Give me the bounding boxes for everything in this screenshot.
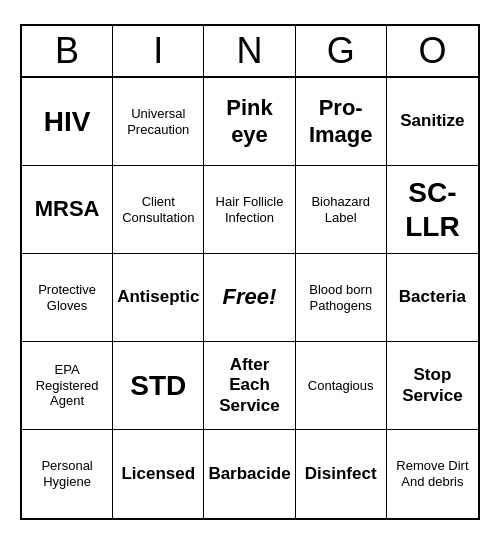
bingo-cell: Pink eye — [204, 78, 295, 166]
bingo-header-letter: I — [113, 26, 204, 76]
bingo-cell: EPA Registered Agent — [22, 342, 113, 430]
bingo-header-letter: N — [204, 26, 295, 76]
bingo-cell: Pro-Image — [296, 78, 387, 166]
bingo-cell: Biohazard Label — [296, 166, 387, 254]
bingo-cell: Personal Hygiene — [22, 430, 113, 518]
bingo-cell: Free! — [204, 254, 295, 342]
bingo-cell: Hair Follicle Infection — [204, 166, 295, 254]
bingo-header: BINGO — [22, 26, 478, 78]
bingo-cell: Remove Dirt And debris — [387, 430, 478, 518]
bingo-cell: Stop Service — [387, 342, 478, 430]
bingo-card: BINGO HIVUniversal PrecautionPink eyePro… — [20, 24, 480, 520]
bingo-cell: After Each Service — [204, 342, 295, 430]
bingo-header-letter: B — [22, 26, 113, 76]
bingo-cell: Disinfect — [296, 430, 387, 518]
bingo-cell: Universal Precaution — [113, 78, 204, 166]
bingo-cell: Contagious — [296, 342, 387, 430]
bingo-cell: Protective Gloves — [22, 254, 113, 342]
bingo-header-letter: G — [296, 26, 387, 76]
bingo-cell: MRSA — [22, 166, 113, 254]
bingo-cell: HIV — [22, 78, 113, 166]
bingo-cell: Client Consultation — [113, 166, 204, 254]
bingo-cell: SC-LLR — [387, 166, 478, 254]
bingo-header-letter: O — [387, 26, 478, 76]
bingo-cell: Licensed — [113, 430, 204, 518]
bingo-cell: STD — [113, 342, 204, 430]
bingo-cell: Bacteria — [387, 254, 478, 342]
bingo-cell: Blood born Pathogens — [296, 254, 387, 342]
bingo-cell: Barbacide — [204, 430, 295, 518]
bingo-grid: HIVUniversal PrecautionPink eyePro-Image… — [22, 78, 478, 518]
bingo-cell: Antiseptic — [113, 254, 204, 342]
bingo-cell: Sanitize — [387, 78, 478, 166]
